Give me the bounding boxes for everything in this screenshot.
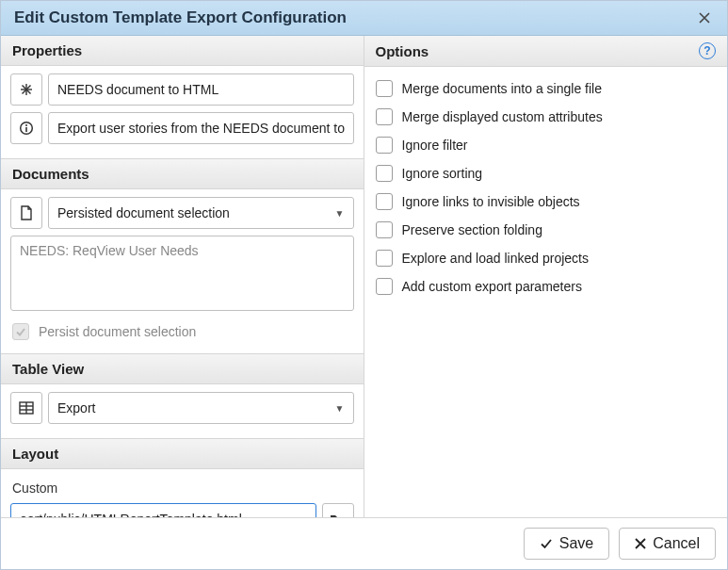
cancel-button-label: Cancel	[653, 535, 700, 552]
name-prefix-icon-box	[10, 73, 42, 106]
info-icon	[19, 121, 34, 136]
option-label: Explore and load linked projects	[402, 251, 589, 266]
description-input[interactable]	[48, 112, 354, 144]
option-label: Ignore links to invisible objects	[402, 194, 580, 209]
documents-list[interactable]: NEEDS: ReqView User Needs	[10, 236, 354, 311]
check-icon	[15, 326, 26, 337]
titlebar: Edit Custom Template Export Configuratio…	[1, 1, 727, 36]
persist-selection-label: Persist document selection	[39, 324, 196, 339]
option-checkbox[interactable]	[376, 80, 393, 97]
properties-body	[1, 66, 364, 158]
chevron-down-icon: ▼	[335, 403, 345, 414]
documents-header-label: Documents	[12, 166, 89, 182]
options-header: Options ?	[364, 36, 728, 67]
document-selection-mode-select[interactable]: Persisted document selection ▼	[48, 197, 354, 229]
document-icon-box	[10, 197, 42, 229]
name-input[interactable]	[48, 73, 354, 106]
table-view-value: Export	[57, 400, 95, 415]
table-view-header: Table View	[1, 353, 364, 384]
option-checkbox[interactable]	[376, 108, 393, 125]
options-body: Merge documents into a single fileMerge …	[364, 67, 728, 308]
option-label: Ignore filter	[402, 138, 468, 153]
check-icon	[540, 537, 553, 550]
option-row: Merge displayed custom attributes	[374, 103, 719, 131]
properties-header: Properties	[1, 36, 364, 66]
cancel-button[interactable]: Cancel	[619, 528, 716, 560]
dialog: Edit Custom Template Export Configuratio…	[0, 0, 728, 570]
help-button[interactable]: ?	[699, 42, 716, 59]
documents-header: Documents	[1, 158, 364, 189]
close-icon	[698, 11, 711, 24]
option-row: Ignore links to invisible objects	[374, 187, 719, 216]
option-row: Explore and load linked projects	[374, 244, 719, 272]
properties-header-label: Properties	[12, 42, 82, 58]
persist-selection-checkbox	[12, 323, 29, 340]
left-column: Properties Documents	[1, 36, 364, 517]
option-label: Add custom export parameters	[402, 279, 582, 294]
option-checkbox[interactable]	[376, 250, 393, 267]
table-icon	[19, 401, 34, 415]
footer: Save Cancel	[1, 517, 727, 569]
save-button-label: Save	[559, 535, 593, 552]
documents-body: Persisted document selection ▼ NEEDS: Re…	[1, 189, 364, 353]
option-row: Ignore filter	[374, 131, 719, 159]
option-row: Ignore sorting	[374, 159, 719, 187]
table-view-select[interactable]: Export ▼	[48, 392, 354, 424]
option-label: Merge displayed custom attributes	[402, 109, 603, 124]
close-button[interactable]	[695, 8, 714, 27]
chevron-down-icon: ▼	[335, 208, 345, 219]
option-row: Preserve section folding	[374, 216, 719, 244]
option-label: Merge documents into a single file	[402, 81, 602, 96]
table-icon-box	[10, 392, 42, 424]
save-button[interactable]: Save	[524, 528, 609, 560]
option-label: Preserve section folding	[402, 222, 542, 237]
options-header-label: Options	[376, 43, 429, 59]
browse-button[interactable]	[322, 503, 354, 517]
document-selection-mode-value: Persisted document selection	[57, 205, 230, 220]
layout-path-input[interactable]	[10, 503, 316, 517]
layout-header-label: Layout	[12, 446, 58, 462]
svg-rect-6	[25, 127, 27, 132]
layout-body: Custom	[1, 469, 364, 517]
persist-selection-row: Persist document selection	[10, 318, 354, 346]
table-view-body: Export ▼	[1, 384, 364, 438]
option-row: Merge documents into a single file	[374, 74, 719, 103]
asterisk-icon	[20, 83, 33, 96]
option-checkbox[interactable]	[376, 278, 393, 295]
right-column: Options ? Merge documents into a single …	[364, 36, 728, 517]
close-icon	[635, 538, 646, 549]
table-view-header-label: Table View	[12, 361, 84, 377]
option-checkbox[interactable]	[376, 221, 393, 238]
description-prefix-icon-box	[10, 112, 42, 144]
layout-type-label: Custom	[10, 477, 354, 503]
option-checkbox[interactable]	[376, 165, 393, 182]
document-icon	[20, 205, 33, 220]
option-checkbox[interactable]	[376, 193, 393, 210]
svg-point-5	[25, 124, 27, 126]
option-label: Ignore sorting	[402, 166, 483, 181]
dialog-title: Edit Custom Template Export Configuratio…	[14, 8, 347, 27]
option-checkbox[interactable]	[376, 137, 393, 154]
option-row: Add custom export parameters	[374, 272, 719, 301]
dialog-body: Properties Documents	[1, 36, 727, 517]
help-icon: ?	[704, 44, 710, 57]
layout-header: Layout	[1, 438, 364, 469]
